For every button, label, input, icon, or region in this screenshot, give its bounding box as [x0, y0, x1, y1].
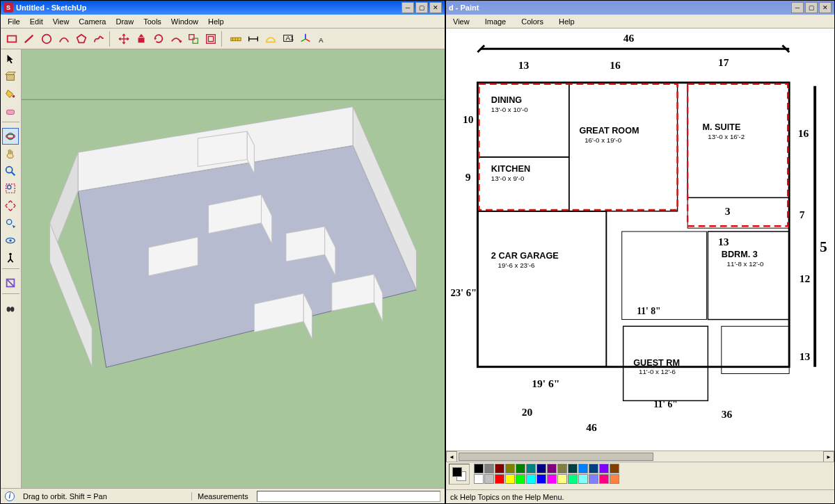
paint-window: d - Paint ─ ▢ ✕ ViewImageColorsHelp [445, 0, 835, 504]
palette-swatch[interactable] [495, 474, 504, 484]
menu-window[interactable]: Window [167, 16, 202, 27]
paint-menu-image[interactable]: Image [481, 16, 511, 27]
paint-horizontal-scrollbar[interactable]: ◄ ► [446, 450, 834, 462]
foreground-color[interactable] [452, 467, 462, 477]
svg-text:46: 46 [623, 32, 635, 44]
circle-icon[interactable] [38, 31, 55, 47]
paint-bucket-icon[interactable] [2, 86, 19, 102]
walk-icon[interactable] [2, 250, 19, 266]
eraser-icon[interactable] [2, 103, 19, 120]
palette-swatch[interactable] [610, 464, 619, 473]
freehand-icon[interactable] [90, 31, 107, 47]
palette-swatch[interactable] [557, 474, 567, 484]
svg-point-32 [6, 167, 13, 173]
palette-swatch[interactable] [484, 464, 494, 473]
svg-text:5: 5 [820, 238, 827, 255]
palette-swatch[interactable] [547, 464, 557, 473]
pushpull-icon[interactable] [133, 31, 150, 47]
palette-swatch[interactable] [526, 464, 536, 473]
minimize-button[interactable]: ─ [401, 2, 414, 13]
palette-swatch[interactable] [484, 474, 494, 484]
palette-swatch[interactable] [474, 474, 484, 484]
paint-menu-view[interactable]: View [449, 16, 474, 27]
arc-icon[interactable] [56, 31, 72, 47]
select-icon[interactable] [2, 51, 19, 67]
line-icon[interactable] [21, 31, 38, 47]
lookaround-icon[interactable] [2, 232, 19, 249]
measurements-input[interactable] [257, 491, 440, 502]
menu-draw[interactable]: Draw [111, 16, 138, 27]
rectangle-icon[interactable] [3, 31, 20, 47]
help-icon[interactable]: i [5, 491, 15, 501]
offset-icon[interactable] [202, 31, 219, 47]
component-icon[interactable] [2, 68, 19, 85]
maximize-button[interactable]: ▢ [415, 2, 428, 13]
palette-swatch[interactable] [536, 474, 546, 484]
svg-line-43 [10, 259, 13, 263]
menu-view[interactable]: View [49, 16, 74, 27]
paint-minimize-button[interactable]: ─ [791, 2, 804, 13]
palette-swatch[interactable] [474, 464, 484, 473]
sketchup-viewport[interactable] [22, 49, 445, 488]
rotate-icon[interactable] [150, 31, 167, 47]
polygon-icon[interactable] [73, 31, 90, 47]
palette-swatch[interactable] [495, 464, 504, 473]
menu-camera[interactable]: Camera [74, 16, 110, 27]
scroll-thumb[interactable] [459, 453, 653, 461]
menu-help[interactable]: Help [204, 16, 228, 27]
menu-tools[interactable]: Tools [139, 16, 166, 27]
paint-close-button[interactable]: ✕ [819, 2, 832, 13]
palette-swatch[interactable] [568, 474, 578, 484]
sketchup-titlebar[interactable]: S Untitled - SketchUp ─ ▢ ✕ [1, 1, 445, 15]
scroll-right-icon[interactable]: ► [823, 451, 834, 462]
protractor-icon[interactable] [262, 31, 279, 47]
paint-canvas[interactable]: DINING 13'-0 x 10'-0 GREAT ROOM 16'-0 x … [446, 29, 834, 462]
axes-icon[interactable] [297, 31, 314, 47]
menu-edit[interactable]: Edit [26, 16, 47, 27]
palette-swatch[interactable] [536, 464, 546, 473]
zoom-extents-icon[interactable] [2, 197, 19, 214]
svg-text:2 CAR GARAGE: 2 CAR GARAGE [491, 251, 559, 261]
paint-titlebar[interactable]: d - Paint ─ ▢ ✕ [446, 1, 834, 15]
palette-swatch[interactable] [505, 474, 515, 484]
palette-swatch[interactable] [599, 464, 609, 473]
palette-swatch[interactable] [589, 464, 598, 473]
paint-menu-colors[interactable]: Colors [517, 16, 548, 27]
followme-icon[interactable] [168, 31, 184, 47]
palette-swatch[interactable] [610, 474, 619, 484]
palette-swatch[interactable] [505, 464, 515, 473]
text-icon[interactable]: A1 [280, 31, 296, 47]
svg-point-2 [42, 34, 51, 43]
palette-swatch[interactable] [557, 464, 567, 473]
palette-swatch[interactable] [516, 474, 525, 484]
palette-swatch[interactable] [526, 474, 536, 484]
zoom-icon[interactable] [2, 163, 19, 179]
tape-icon[interactable] [228, 31, 244, 47]
palette-swatch[interactable] [589, 474, 598, 484]
zoom-window-icon[interactable] [2, 180, 19, 197]
menu-file[interactable]: File [3, 16, 24, 27]
orbit-icon[interactable] [2, 128, 19, 145]
scale-icon[interactable] [185, 31, 202, 47]
svg-text:12: 12 [800, 273, 811, 284]
palette-swatch[interactable] [568, 464, 578, 473]
palette-swatch[interactable] [578, 474, 588, 484]
move-icon[interactable] [116, 31, 132, 47]
palette-swatch[interactable] [578, 464, 588, 473]
current-colors[interactable] [449, 464, 470, 485]
paint-menu-help[interactable]: Help [555, 16, 579, 27]
dimension-icon[interactable] [245, 31, 262, 47]
close-button[interactable]: ✕ [429, 2, 442, 13]
svg-text:19'-6 x 23'-6: 19'-6 x 23'-6 [498, 261, 535, 269]
previous-icon[interactable] [2, 215, 19, 231]
pan-icon[interactable] [2, 145, 19, 162]
palette-swatch[interactable] [516, 464, 525, 473]
position-camera-icon[interactable] [2, 300, 19, 316]
svg-text:A: A [319, 35, 324, 43]
3dtext-icon[interactable]: A [315, 31, 331, 47]
palette-swatch[interactable] [547, 474, 557, 484]
section-icon[interactable] [2, 275, 19, 291]
palette-swatch[interactable] [599, 474, 609, 484]
scroll-left-icon[interactable]: ◄ [446, 451, 457, 462]
paint-maximize-button[interactable]: ▢ [805, 2, 818, 13]
